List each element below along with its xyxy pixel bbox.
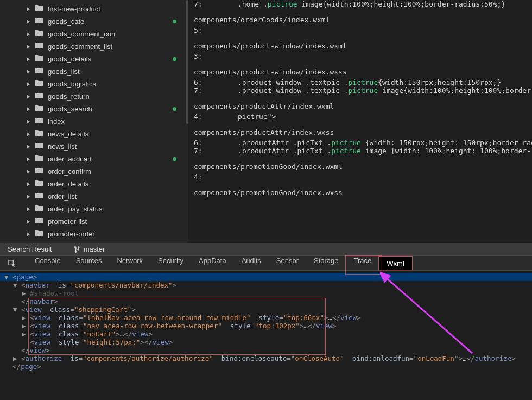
devtools-tab-trace[interactable]: Trace [346, 257, 379, 270]
tree-item-label: goods_logistics [48, 80, 96, 88]
folder-icon [35, 4, 48, 14]
tree-item-label: news_details [48, 130, 88, 138]
chevron-right-icon [26, 195, 30, 199]
devtools-tab-console[interactable]: Console [27, 257, 68, 270]
wxml-line[interactable]: ▶ <authorize is="components/authorize/au… [0, 354, 532, 362]
tree-item[interactable]: goods_list [0, 65, 188, 78]
git-branch[interactable]: master [74, 245, 105, 253]
search-result-line[interactable]: 6: .product-window .textpic .pictrue{wid… [194, 78, 532, 86]
wxml-line[interactable]: </navbar> [0, 297, 532, 305]
chevron-right-icon [26, 182, 30, 186]
wxml-line[interactable]: ▼ <page> [0, 273, 532, 281]
chevron-right-icon [26, 95, 30, 99]
tree-item[interactable]: goods_comment_list [0, 40, 188, 53]
search-result-line[interactable]: 7: .home .pictrue image{width:100%;heigh… [194, 0, 532, 8]
wxml-line[interactable]: ▶ <view class="labelNav acea-row row-aro… [0, 314, 532, 322]
wxml-line[interactable]: </view> [0, 346, 532, 354]
folder-icon [35, 117, 48, 126]
chevron-right-icon [26, 220, 30, 224]
devtools-tab-security[interactable]: Security [150, 257, 191, 270]
chevron-right-icon [26, 20, 30, 24]
scrollbar-thumb[interactable] [186, 0, 188, 124]
search-result-path[interactable]: components/productAttr/index.wxss [194, 128, 532, 136]
search-result-line[interactable]: 5: [194, 26, 532, 34]
devtools-tab-appdata[interactable]: AppData [191, 257, 234, 270]
chevron-right-icon [26, 157, 30, 161]
search-result-label[interactable]: Search Result [8, 245, 52, 253]
modified-dot-icon [173, 107, 176, 111]
wxml-line[interactable]: ▼ <view class="shoppingCart"> [0, 305, 532, 314]
search-result-line[interactable]: 4: [194, 173, 532, 181]
search-result-path[interactable]: components/productAttr/index.wxml [194, 102, 532, 110]
tree-item[interactable]: order_list [0, 190, 188, 203]
element-picker-icon[interactable] [7, 259, 16, 267]
devtools-tab-storage[interactable]: Storage [306, 257, 346, 270]
tree-item[interactable]: goods_comment_con [0, 28, 188, 40]
tree-item-label: goods_cate [48, 17, 84, 26]
search-result-line[interactable]: 3: [194, 52, 532, 60]
search-result-path[interactable]: components/product-window/index.wxml [194, 42, 532, 50]
tree-item[interactable]: news_list [0, 140, 188, 153]
wxml-line[interactable]: ▼ <navbar is="components/navbar/index"> [0, 281, 532, 289]
tree-item-label: goods_comment_list [48, 42, 112, 51]
devtools-tab-network[interactable]: Network [109, 257, 150, 270]
tree-item[interactable]: goods_return [0, 90, 188, 103]
search-results-pane: 7: .home .pictrue image{width:100%;heigh… [188, 0, 532, 243]
tree-item[interactable]: order_pay_status [0, 203, 188, 215]
search-result-path[interactable]: components/promotionGood/index.wxml [194, 162, 532, 171]
tree-item-label: order_details [48, 180, 88, 188]
search-result-line[interactable]: 7: .product-window .textpic .pictrue ima… [194, 86, 532, 95]
devtools-tab-audits[interactable]: Audits [234, 257, 269, 270]
tree-item[interactable]: order_confirm [0, 165, 188, 178]
devtools-tab-sensor[interactable]: Sensor [269, 257, 306, 270]
tree-item[interactable]: goods_details [0, 53, 188, 65]
search-result-line[interactable]: 4: pictrue"> [194, 112, 532, 121]
tree-item[interactable]: promotional-items [0, 240, 188, 243]
tree-item-label: index [48, 117, 65, 126]
devtools-tab-sources[interactable]: Sources [68, 257, 110, 270]
folder-icon [35, 167, 48, 176]
folder-icon [35, 142, 48, 151]
search-result-line[interactable]: 7: .productAttr .picTxt .pictrue image {… [194, 147, 532, 155]
search-result-block: 7: .home .pictrue image{width:100%;heigh… [194, 0, 532, 8]
modified-dot-icon [173, 20, 176, 23]
search-result-block: components/promotionGood/index.wxss [194, 189, 532, 197]
folder-icon [35, 242, 48, 243]
chevron-right-icon [26, 232, 30, 236]
tree-item[interactable]: index [0, 115, 188, 128]
tree-item[interactable]: goods_cate [0, 15, 188, 28]
search-result-line[interactable]: 6: .productAttr .picTxt .pictrue {width:… [194, 139, 532, 147]
folder-icon [35, 229, 48, 239]
search-result-path[interactable]: components/orderGoods/index.wxml [194, 16, 532, 24]
chevron-right-icon [26, 57, 30, 61]
chevron-right-icon [26, 32, 30, 36]
folder-icon [35, 54, 48, 64]
tree-item[interactable]: promoter-order [0, 228, 188, 240]
wxml-line[interactable]: ▶ <view class="nav acea-row row-between-… [0, 322, 532, 330]
wxml-line[interactable]: </page> [0, 362, 532, 371]
chevron-right-icon [26, 82, 30, 86]
devtools-tab-wxml[interactable]: Wxml [379, 257, 412, 270]
folder-icon [35, 192, 48, 201]
wxml-line[interactable]: ▶ #shadow-root [0, 289, 532, 297]
tree-item-label: goods_details [48, 55, 91, 63]
search-result-path[interactable]: components/product-window/index.wxss [194, 68, 532, 76]
tree-item-label: news_list [48, 142, 77, 151]
tree-item[interactable]: goods_logistics [0, 78, 188, 90]
tree-item-label: order_confirm [48, 167, 91, 176]
tree-item[interactable]: goods_search [0, 103, 188, 115]
tree-item[interactable]: order_addcart [0, 153, 188, 165]
tree-item[interactable]: order_details [0, 178, 188, 190]
tree-item[interactable]: first-new-product [0, 3, 188, 15]
tree-item[interactable]: news_details [0, 128, 188, 140]
tree-item-label: first-new-product [48, 5, 100, 13]
search-result-block: components/orderGoods/index.wxml5: [194, 16, 532, 34]
folder-icon [35, 29, 48, 39]
search-result-path[interactable]: components/promotionGood/index.wxss [194, 189, 532, 197]
tree-item-label: order_pay_status [48, 205, 102, 213]
wxml-line[interactable]: <view style="height:57px;"></view> [0, 338, 532, 346]
search-result-block: components/product-window/index.wxml3: [194, 42, 532, 60]
tree-item[interactable]: promoter-list [0, 215, 188, 228]
wxml-line[interactable]: ▶ <view class="noCart">…</view> [0, 330, 532, 338]
status-bar: Search Result master [0, 243, 532, 255]
